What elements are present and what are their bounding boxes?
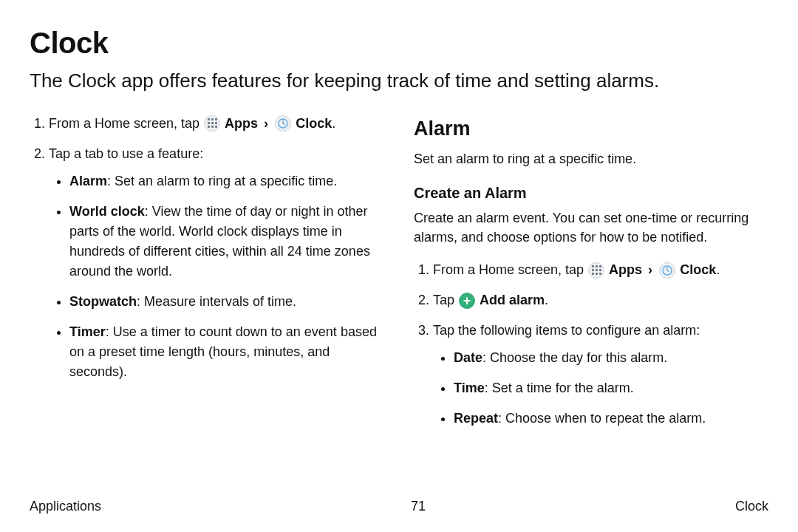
feature-list: Alarm: Set an alarm to ring at a specifi… xyxy=(49,171,384,382)
feature-desc: : Measure intervals of time. xyxy=(137,294,296,309)
list-item: World clock: View the time of day or nig… xyxy=(69,202,384,282)
list-item: Stopwatch: Measure intervals of time. xyxy=(69,292,384,312)
left-steps: From a Home screen, tap Apps › Clock. Ta… xyxy=(30,114,384,382)
config-name: Date xyxy=(454,350,482,365)
page-footer: Applications 71 Clock xyxy=(30,499,768,514)
feature-desc: : Use a timer to count down to an event … xyxy=(69,324,377,379)
config-desc: : Choose when to repeat the alarm. xyxy=(498,411,706,426)
clock-icon xyxy=(275,115,291,132)
rstep3-text: Tap the following items to configure an … xyxy=(433,323,700,338)
right-step-2: Tap + Add alarm. xyxy=(433,290,768,310)
feature-name: Alarm xyxy=(69,174,107,188)
apps-icon xyxy=(588,262,604,279)
rstep2-post: . xyxy=(545,293,548,307)
list-item: Timer: Use a timer to count down to an e… xyxy=(69,322,384,382)
list-item: Alarm: Set an alarm to ring at a specifi… xyxy=(69,171,384,191)
rstep1-post: . xyxy=(716,262,720,277)
footer-right: Clock xyxy=(735,499,768,514)
feature-desc: : Set an alarm to ring at a specific tim… xyxy=(107,174,337,188)
left-step-1: From a Home screen, tap Apps › Clock. xyxy=(49,114,384,134)
create-alarm-heading: Create an Alarm xyxy=(414,182,768,204)
right-steps: From a Home screen, tap Apps › Clock. Ta… xyxy=(414,260,768,429)
footer-left: Applications xyxy=(30,499,101,514)
chevron-right-icon: › xyxy=(264,116,268,131)
step1-post: . xyxy=(332,116,335,131)
intro-text: The Clock app offers features for keepin… xyxy=(30,69,768,93)
config-desc: : Set a time for the alarm. xyxy=(485,381,634,395)
create-alarm-desc: Create an alarm event. You can set one-t… xyxy=(414,208,768,247)
right-column: Alarm Set an alarm to ring at a specific… xyxy=(414,114,768,440)
apps-label: Apps xyxy=(225,116,258,131)
right-step-3: Tap the following items to configure an … xyxy=(433,321,768,429)
add-alarm-label: Add alarm xyxy=(480,293,545,307)
alarm-desc: Set an alarm to ring at a specific time. xyxy=(414,149,768,168)
feature-name: Timer xyxy=(69,324,106,339)
rstep1-pre: From a Home screen, tap xyxy=(433,262,587,277)
left-column: From a Home screen, tap Apps › Clock. Ta… xyxy=(30,114,384,440)
apps-icon xyxy=(204,115,220,132)
plus-icon: + xyxy=(459,293,475,309)
two-column-layout: From a Home screen, tap Apps › Clock. Ta… xyxy=(30,114,768,440)
alarm-heading: Alarm xyxy=(414,114,768,144)
clock-label: Clock xyxy=(680,262,716,277)
apps-label: Apps xyxy=(609,262,642,277)
list-item: Repeat: Choose when to repeat the alarm. xyxy=(454,409,768,429)
config-list: Date: Choose the day for this alarm. Tim… xyxy=(433,348,768,429)
step2-text: Tap a tab to use a feature: xyxy=(49,146,203,161)
step1-pre: From a Home screen, tap xyxy=(49,116,203,131)
list-item: Time: Set a time for the alarm. xyxy=(454,378,768,398)
footer-page-number: 71 xyxy=(411,499,426,514)
page-title: Clock xyxy=(30,27,768,60)
config-desc: : Choose the day for this alarm. xyxy=(482,350,667,365)
clock-label: Clock xyxy=(296,116,332,131)
feature-name: Stopwatch xyxy=(69,294,137,309)
config-name: Repeat xyxy=(454,411,498,426)
right-step-1: From a Home screen, tap Apps › Clock. xyxy=(433,260,768,280)
feature-name: World clock xyxy=(69,204,145,219)
rstep2-pre: Tap xyxy=(433,293,458,307)
clock-icon xyxy=(659,262,675,279)
left-step-2: Tap a tab to use a feature: Alarm: Set a… xyxy=(49,144,384,382)
chevron-right-icon: › xyxy=(648,262,652,277)
config-name: Time xyxy=(454,381,485,395)
list-item: Date: Choose the day for this alarm. xyxy=(454,348,768,368)
